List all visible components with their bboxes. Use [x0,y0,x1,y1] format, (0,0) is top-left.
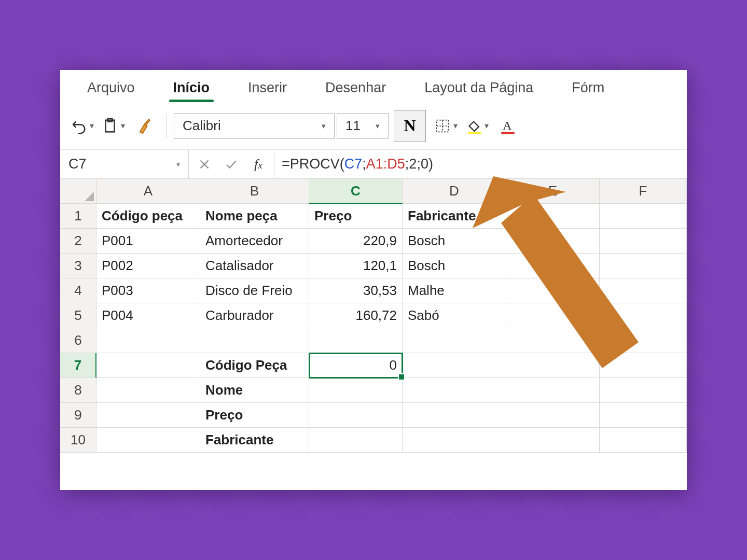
cell-f5[interactable] [600,303,687,328]
cell-a9[interactable] [96,403,200,428]
cell-f1[interactable] [600,204,687,229]
cell-f10[interactable] [600,428,687,453]
cell-d9[interactable] [403,403,506,428]
cell-c6[interactable] [309,328,403,353]
cell-f7[interactable] [600,353,687,378]
cell-c8[interactable] [309,378,403,403]
cell-f4[interactable] [600,278,687,303]
cell-b3[interactable]: Catalisador [200,254,309,278]
cell-e7[interactable] [506,353,600,378]
cell-e5[interactable] [506,303,600,328]
bold-button[interactable]: N [394,110,426,142]
cell-b2[interactable]: Amortecedor [200,229,309,254]
font-color-button[interactable]: A [493,111,522,141]
row-header-5[interactable]: 5 [60,303,96,328]
font-name-select[interactable]: Calibri ▾ [174,113,335,139]
cell-c9[interactable] [309,403,403,428]
cell-b9[interactable]: Preço [200,403,309,428]
tab-inserir[interactable]: Inserir [236,76,299,102]
cell-d2[interactable]: Bosch [403,229,506,254]
cell-f8[interactable] [600,378,687,403]
cell-f3[interactable] [600,254,687,278]
cell-e8[interactable] [506,378,600,403]
cell-a5[interactable]: P004 [96,303,200,328]
tab-desenhar[interactable]: Desenhar [313,76,398,102]
cell-c3[interactable]: 120,1 [309,254,403,278]
cell-e3[interactable] [506,254,600,278]
row-header-1[interactable]: 1 [60,204,96,229]
cell-e4[interactable] [506,278,600,303]
col-header-e[interactable]: E [506,179,600,204]
row-header-6[interactable]: 6 [60,328,96,353]
cell-b6[interactable] [200,328,309,353]
cell-e9[interactable] [506,403,600,428]
cell-f9[interactable] [600,403,687,428]
cell-e1[interactable] [506,204,600,229]
cell-d5[interactable]: Sabó [403,303,506,328]
cell-d6[interactable] [403,328,506,353]
col-header-f[interactable]: F [600,179,687,204]
tab-formulas[interactable]: Fórm [559,76,617,102]
insert-function-button[interactable]: fx [248,154,269,175]
tab-layout-pagina[interactable]: Layout da Página [412,76,546,102]
format-painter-button[interactable] [130,111,159,141]
cell-a7[interactable] [96,353,200,378]
cell-b1[interactable]: Nome peça [200,204,309,229]
cell-b10[interactable]: Fabricante [200,428,309,453]
accept-formula-button[interactable] [221,154,242,175]
tab-inicio[interactable]: Início [161,76,223,102]
cell-f6[interactable] [600,328,687,353]
cell-d8[interactable] [403,378,506,403]
row-header-9[interactable]: 9 [60,403,96,428]
paste-button[interactable]: ▾ [99,111,128,141]
cell-c1[interactable]: Preço [309,204,403,229]
cell-f2[interactable] [600,229,687,254]
cell-a8[interactable] [96,378,200,403]
cell-c4[interactable]: 30,53 [309,278,403,303]
undo-button[interactable]: ▾ [67,111,96,141]
cell-b7[interactable]: Código Peça [200,353,309,378]
col-header-c[interactable]: C [309,179,403,204]
fill-bucket-icon [465,117,482,135]
cell-a2[interactable]: P001 [96,229,200,254]
cell-c10[interactable] [309,428,403,453]
borders-button[interactable]: ▾ [431,111,460,141]
chevron-down-icon: ▾ [485,121,489,131]
cell-b5[interactable]: Carburador [200,303,309,328]
cell-d3[interactable]: Bosch [403,254,506,278]
row-header-10[interactable]: 10 [60,428,96,453]
col-header-a[interactable]: A [96,179,200,204]
cell-a6[interactable] [96,328,200,353]
cell-d1[interactable]: Fabricante [403,204,506,229]
cell-d7[interactable] [403,353,506,378]
tab-arquivo[interactable]: Arquivo [75,76,147,102]
cell-c2[interactable]: 220,9 [309,229,403,254]
name-box[interactable]: C7 ▾ [60,150,189,178]
row-header-4[interactable]: 4 [60,278,96,303]
cell-a3[interactable]: P002 [96,254,200,278]
cancel-formula-button[interactable] [194,154,215,175]
row-header-7[interactable]: 7 [60,353,96,378]
cell-c7[interactable]: 0 [309,353,403,378]
cell-a4[interactable]: P003 [96,278,200,303]
cell-d4[interactable]: Malhe [403,278,506,303]
row-header-8[interactable]: 8 [60,378,96,403]
cell-a1[interactable]: Código peça [96,204,200,229]
col-header-b[interactable]: B [200,179,309,204]
font-size-select[interactable]: 11 ▾ [337,113,389,139]
row-header-3[interactable]: 3 [60,254,96,278]
cell-e10[interactable] [506,428,600,453]
name-box-value: C7 [68,156,87,172]
fill-color-button[interactable]: ▾ [462,111,491,141]
cell-b4[interactable]: Disco de Freio [200,278,309,303]
row-header-2[interactable]: 2 [60,229,96,254]
col-header-d[interactable]: D [403,179,506,204]
cell-c5[interactable]: 160,72 [309,303,403,328]
cell-e2[interactable] [506,229,600,254]
cell-a10[interactable] [96,428,200,453]
cell-b8[interactable]: Nome [200,378,309,403]
cell-d10[interactable] [403,428,506,453]
select-all-corner[interactable] [60,179,96,204]
cell-e6[interactable] [506,328,600,353]
formula-input[interactable]: =PROCV(C7;A1:D5;2;0) [274,156,687,172]
